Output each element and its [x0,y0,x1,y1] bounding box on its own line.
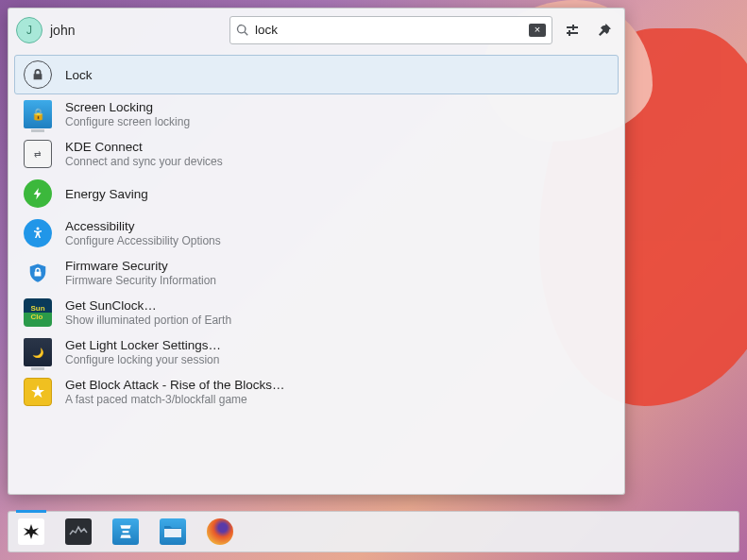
result-title: Accessibility [65,219,221,233]
username-label: john [50,23,75,38]
result-title: Get Block Attack - Rise of the Blocks… [65,378,285,392]
result-accessibility[interactable]: Accessibility Configure Accessibility Op… [14,213,619,253]
taskbar-launcher-button[interactable] [14,515,48,549]
result-title: Get Light Locker Settings… [65,338,221,352]
taskbar-firefox[interactable] [203,515,237,549]
svg-point-0 [37,228,40,230]
energy-icon [24,179,52,208]
result-lock[interactable]: Lock [14,55,619,94]
launcher-header: J john [8,8,624,51]
result-screen-locking[interactable]: 🔒 Screen Locking Configure screen lockin… [14,94,619,134]
result-subtitle: Configure screen locking [65,115,190,128]
taskbar-file-manager[interactable] [156,515,190,549]
result-subtitle: Show illuminated portion of Earth [65,314,231,327]
clear-search-button[interactable] [529,24,546,37]
search-field-container[interactable] [229,16,552,44]
pin-button[interactable] [592,18,617,42]
result-title: Firmware Security [65,259,216,273]
kde-logo-icon [18,518,44,545]
result-subtitle: Configure Accessibility Options [65,234,221,247]
result-kde-connect[interactable]: ⇄ KDE Connect Connect and sync your devi… [14,134,619,174]
sliders-icon [565,23,580,38]
result-energy-saving[interactable]: Energy Saving [14,174,619,213]
taskbar [8,511,739,552]
result-sunclock[interactable]: SunClo Get SunClock… Show illuminated po… [14,293,619,332]
configure-button[interactable] [560,18,585,42]
result-title: Energy Saving [65,187,148,201]
screen-locking-icon: 🔒 [24,100,52,128]
search-results-list: Lock 🔒 Screen Locking Configure screen l… [8,51,624,494]
pin-icon [597,23,612,38]
lock-icon [24,60,52,89]
light-locker-icon: 🌙 [24,338,52,366]
result-subtitle: Connect and sync your devices [65,155,223,168]
firefox-icon [207,518,233,545]
application-launcher: J john Lock 🔒 Screen Locking Con [8,8,625,495]
result-block-attack[interactable]: ★ Get Block Attack - Rise of the Blocks…… [14,372,619,412]
taskbar-discover[interactable] [109,515,143,549]
result-title: KDE Connect [65,140,223,154]
discover-icon [112,518,139,545]
system-monitor-icon [65,518,92,545]
result-title: Get SunClock… [65,298,231,313]
result-subtitle: Configure locking your session [65,353,221,366]
result-subtitle: Firmware Security Information [65,274,216,287]
search-icon [236,24,249,37]
folder-icon [160,518,186,545]
sunclock-icon: SunClo [24,298,52,327]
search-input[interactable] [255,23,523,37]
kde-connect-icon: ⇄ [24,140,52,168]
result-subtitle: A fast paced match-3/blockfall game [65,393,285,406]
result-title: Lock [65,68,93,82]
accessibility-icon [24,219,52,247]
result-light-locker[interactable]: 🌙 Get Light Locker Settings… Configure l… [14,332,619,372]
shield-icon [24,259,52,287]
user-avatar[interactable]: J [16,17,42,43]
result-firmware-security[interactable]: Firmware Security Firmware Security Info… [14,253,619,293]
taskbar-system-monitor[interactable] [61,515,95,549]
result-title: Screen Locking [65,100,190,114]
star-icon: ★ [24,378,52,406]
